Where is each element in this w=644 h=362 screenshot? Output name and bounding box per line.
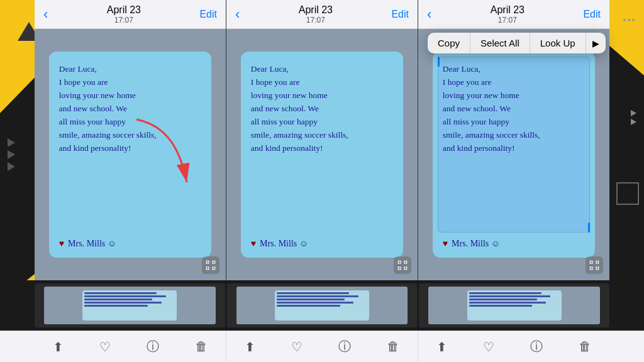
context-menu-more[interactable]: ▶ bbox=[586, 33, 606, 53]
share-icon-3[interactable]: ⬆ bbox=[436, 339, 447, 354]
thumb-line bbox=[469, 292, 541, 294]
svg-rect-10 bbox=[596, 261, 599, 263]
letter-signature-2: ♥ Mrs. Mills ☺ bbox=[251, 239, 393, 249]
letter-signature-3: ♥ Mrs. Mills ☺ bbox=[443, 239, 585, 249]
panel-header-2: ‹ April 23 17:07 Edit bbox=[226, 0, 418, 29]
cursor-start bbox=[438, 57, 440, 67]
share-icon-1[interactable]: ⬆ bbox=[53, 339, 64, 354]
thumbnail-letter-2 bbox=[275, 290, 369, 321]
signature-text-1: Mrs. Mills ☺ bbox=[68, 239, 116, 249]
thumb-line bbox=[84, 305, 148, 307]
letter-card-3: Dear Luca, I hope you are loving your ne… bbox=[433, 52, 595, 258]
letter-body-2: I hope you are loving your new home and … bbox=[251, 76, 393, 155]
context-menu-copy[interactable]: Copy bbox=[428, 33, 470, 53]
thumb-line bbox=[84, 292, 157, 294]
svg-rect-9 bbox=[590, 261, 592, 263]
panel-header-1: ‹ April 23 17:07 Edit bbox=[35, 0, 226, 29]
svg-rect-12 bbox=[596, 267, 599, 270]
heart-icon-3: ♥ bbox=[443, 239, 448, 249]
header-date-1: April 23 17:07 bbox=[107, 4, 141, 25]
date-time-2: 17:07 bbox=[299, 16, 333, 25]
photo-content-1: Dear Luca, I hope you are loving your ne… bbox=[35, 29, 226, 280]
svg-rect-8 bbox=[404, 267, 407, 270]
header-date-2: April 23 17:07 bbox=[299, 4, 333, 25]
thumb-line bbox=[277, 295, 358, 297]
thumbnail-inner-3 bbox=[428, 287, 599, 324]
thumb-line bbox=[84, 302, 161, 304]
letter-signature-1: ♥ Mrs. Mills ☺ bbox=[59, 239, 201, 249]
back-button-3[interactable]: ‹ bbox=[427, 6, 431, 23]
svg-rect-7 bbox=[398, 267, 401, 270]
thumbnail-inner-2 bbox=[236, 287, 408, 324]
photo-content-3: Dear Luca, I hope you are loving your ne… bbox=[418, 29, 609, 280]
thumbnail-lines-2 bbox=[277, 292, 367, 308]
scan-icon-2[interactable] bbox=[394, 256, 411, 274]
thumbnail-strip bbox=[0, 280, 644, 331]
back-button-2[interactable]: ‹ bbox=[235, 6, 240, 23]
thumbnail-3[interactable] bbox=[419, 283, 609, 327]
date-main-1: April 23 bbox=[107, 4, 141, 16]
info-icon-3[interactable]: ⓘ bbox=[530, 338, 543, 355]
svg-rect-5 bbox=[398, 261, 401, 263]
share-icon-2[interactable]: ⬆ bbox=[245, 339, 255, 354]
thumbnail-letter-3 bbox=[467, 290, 562, 321]
context-menu-look-up[interactable]: Look Up bbox=[530, 33, 586, 53]
thumb-line bbox=[277, 292, 349, 294]
trash-icon-3[interactable]: 🗑 bbox=[579, 339, 591, 354]
svg-rect-6 bbox=[404, 261, 407, 263]
thumbnail-2[interactable] bbox=[227, 283, 418, 327]
thumbnail-letter-1 bbox=[82, 290, 177, 321]
date-main-2: April 23 bbox=[299, 4, 333, 16]
heart-icon-2: ♥ bbox=[251, 239, 256, 249]
scan-icon-1[interactable] bbox=[202, 256, 219, 274]
heart-button-1[interactable]: ♡ bbox=[99, 339, 111, 354]
photo-panel-2: ‹ April 23 17:07 Edit Dear Luca, I hope … bbox=[226, 0, 418, 280]
heart-button-3[interactable]: ♡ bbox=[483, 339, 494, 354]
thumb-line bbox=[469, 299, 537, 300]
back-button-1[interactable]: ‹ bbox=[43, 6, 48, 23]
thumbnail-lines-1 bbox=[84, 292, 175, 308]
info-icon-1[interactable]: ⓘ bbox=[147, 338, 159, 355]
toolbar-section-3: ⬆ ♡ ⓘ 🗑 bbox=[418, 331, 609, 362]
letter-card-2: Dear Luca, I hope you are loving your ne… bbox=[241, 52, 403, 258]
thumb-line bbox=[469, 305, 533, 307]
photo-panel-1: ‹ April 23 17:07 Edit Dear Luca, I hope … bbox=[35, 0, 226, 280]
letter-body-1: I hope you are loving your new home and … bbox=[59, 76, 201, 155]
scan-icon-svg-2 bbox=[397, 260, 408, 271]
trash-icon-2[interactable]: 🗑 bbox=[387, 339, 399, 354]
thumb-line bbox=[277, 302, 353, 304]
svg-rect-2 bbox=[213, 261, 215, 263]
letter-body-3: I hope you are loving your new home and … bbox=[443, 76, 585, 155]
header-date-3: April 23 17:07 bbox=[491, 4, 525, 25]
edit-button-1[interactable]: Edit bbox=[199, 9, 217, 20]
svg-rect-3 bbox=[206, 267, 209, 270]
toolbar-section-2: ⬆ ♡ ⓘ 🗑 bbox=[226, 331, 418, 362]
heart-button-2[interactable]: ♡ bbox=[291, 339, 303, 354]
thumbnail-lines-3 bbox=[469, 292, 560, 308]
svg-rect-4 bbox=[213, 267, 215, 270]
signature-text-2: Mrs. Mills ☺ bbox=[260, 239, 308, 249]
info-icon-2[interactable]: ⓘ bbox=[338, 338, 351, 355]
letter-greeting-1: Dear Luca, bbox=[59, 63, 201, 76]
context-menu: Copy Select All Look Up ▶ bbox=[428, 33, 606, 53]
photo-content-2: Dear Luca, I hope you are loving your ne… bbox=[226, 29, 418, 280]
toolbar-section-1: ⬆ ♡ ⓘ 🗑 bbox=[35, 331, 226, 362]
date-main-3: April 23 bbox=[491, 4, 525, 16]
scan-icon-svg-1 bbox=[205, 260, 216, 271]
thumb-line bbox=[277, 299, 345, 300]
thumbnail-1[interactable] bbox=[35, 283, 225, 327]
edit-button-3[interactable]: Edit bbox=[583, 9, 601, 20]
svg-rect-11 bbox=[590, 267, 592, 270]
main-container: ‹ April 23 17:07 Edit Dear Luca, I hope … bbox=[0, 0, 644, 362]
edit-button-2[interactable]: Edit bbox=[391, 9, 409, 20]
cursor-end bbox=[588, 222, 590, 233]
trash-icon-1[interactable]: 🗑 bbox=[195, 339, 208, 354]
scan-icon-svg-3 bbox=[589, 260, 600, 271]
scan-icon-3[interactable] bbox=[586, 256, 603, 274]
bottom-toolbar: ⬆ ♡ ⓘ 🗑 ⬆ ♡ ⓘ 🗑 ⬆ ♡ ⓘ 🗑 bbox=[0, 331, 644, 362]
thumb-line bbox=[277, 305, 340, 307]
thumb-line bbox=[84, 299, 152, 300]
letter-greeting-2: Dear Luca, bbox=[251, 63, 393, 76]
context-menu-select-all[interactable]: Select All bbox=[470, 33, 530, 53]
panel-header-3: ‹ April 23 17:07 Edit bbox=[418, 0, 609, 29]
